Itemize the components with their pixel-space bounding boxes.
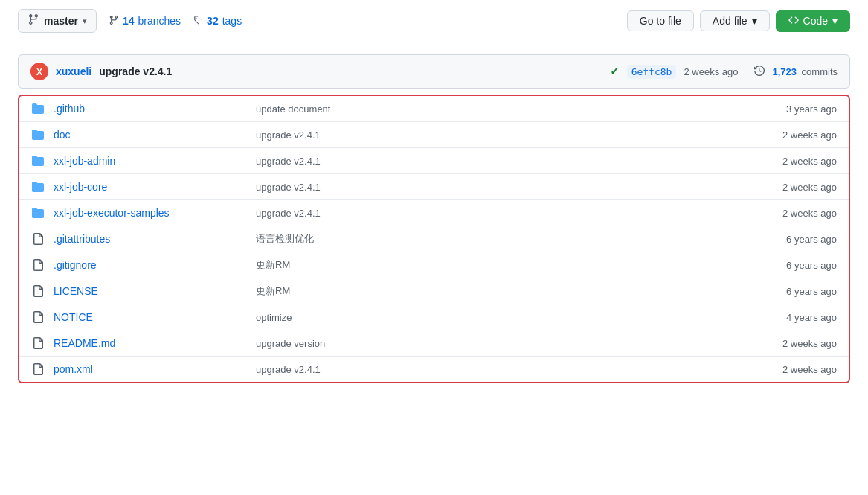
code-button[interactable]: Code ▾ — [776, 10, 850, 32]
history-icon — [754, 66, 765, 78]
code-label: Code — [803, 15, 828, 27]
file-time: 6 years ago — [748, 286, 837, 297]
folder-icon — [31, 154, 45, 167]
goto-file-button[interactable]: Go to file — [627, 10, 694, 31]
file-time: 2 weeks ago — [748, 208, 837, 219]
action-buttons: Go to file Add file ▾ Code ▾ — [627, 10, 850, 32]
file-commit-message: upgrade v2.4.1 — [256, 182, 739, 193]
branches-label: branches — [138, 15, 181, 27]
file-time: 2 weeks ago — [748, 364, 837, 375]
commits-count-link[interactable]: 1,723 commits — [772, 66, 838, 77]
table-row: NOTICEoptimize4 years ago — [19, 304, 849, 330]
table-row: xxl-job-coreupgrade v2.4.12 weeks ago — [19, 174, 849, 200]
file-commit-message: upgrade v2.4.1 — [256, 130, 739, 141]
file-icon — [31, 310, 45, 324]
table-row: docupgrade v2.4.12 weeks ago — [19, 122, 849, 148]
file-name-link[interactable]: LICENSE — [54, 285, 247, 297]
file-time: 3 years ago — [748, 103, 837, 115]
branch-count-icon — [109, 15, 119, 28]
branch-icon — [28, 13, 39, 28]
branch-selector[interactable]: master ▾ — [18, 9, 97, 33]
table-row: pom.xmlupgrade v2.4.12 weeks ago — [19, 357, 849, 382]
commit-message: upgrade v2.4.1 — [99, 66, 172, 77]
table-row: .githubupdate document3 years ago — [19, 96, 849, 122]
file-name-link[interactable]: xxl-job-executor-samples — [54, 207, 247, 219]
commits-label: commits — [802, 66, 838, 77]
file-name-link[interactable]: README.md — [54, 337, 247, 349]
commit-time: 2 weeks ago — [684, 66, 738, 77]
file-table-wrapper: .githubupdate document3 years ago docupg… — [18, 95, 850, 383]
file-name-link[interactable]: pom.xml — [54, 363, 247, 375]
folder-icon — [31, 180, 45, 194]
branches-count: 14 — [123, 15, 135, 27]
svg-text:X: X — [36, 67, 42, 77]
table-row: xxl-job-adminupgrade v2.4.12 weeks ago — [19, 148, 849, 174]
commit-check-icon: ✓ — [610, 65, 620, 78]
file-commit-message: 更新RM — [256, 284, 739, 298]
file-time: 2 weeks ago — [748, 156, 837, 167]
file-name-link[interactable]: .gitattributes — [54, 233, 247, 245]
file-commit-message: update document — [256, 103, 739, 115]
file-commit-message: upgrade v2.4.1 — [256, 364, 739, 375]
add-file-button[interactable]: Add file ▾ — [700, 10, 770, 31]
file-commit-message: 更新RM — [256, 258, 739, 272]
file-name-link[interactable]: xxl-job-core — [54, 181, 247, 193]
table-row: xxl-job-executor-samplesupgrade v2.4.12 … — [19, 200, 849, 226]
file-name-link[interactable]: xxl-job-admin — [54, 155, 247, 167]
file-time: 6 years ago — [748, 260, 837, 271]
commits-count: 1,723 — [772, 66, 797, 77]
folder-icon — [31, 206, 45, 220]
commit-hash-link[interactable]: 6effc8b — [627, 65, 677, 79]
table-row: README.mdupgrade version2 weeks ago — [19, 330, 849, 357]
tags-label: tags — [222, 15, 242, 27]
tags-link[interactable]: 32 tags — [193, 15, 242, 28]
file-time: 4 years ago — [748, 312, 837, 323]
file-time: 6 years ago — [748, 234, 837, 245]
table-row: .gitignore更新RM6 years ago — [19, 252, 849, 278]
tag-icon — [193, 15, 203, 28]
branches-link[interactable]: 14 branches — [109, 15, 181, 28]
file-icon — [31, 284, 45, 298]
commit-user-link[interactable]: xuxueli — [56, 66, 91, 77]
file-icon — [31, 232, 45, 246]
folder-icon — [31, 128, 45, 141]
file-commit-message: upgrade v2.4.1 — [256, 208, 739, 219]
file-name-link[interactable]: NOTICE — [54, 311, 247, 323]
file-icon — [31, 363, 45, 376]
branch-name: master — [44, 15, 78, 27]
file-commit-message: upgrade v2.4.1 — [256, 156, 739, 167]
file-icon — [31, 258, 45, 272]
code-chevron-icon: ▾ — [832, 15, 838, 27]
table-row: LICENSE更新RM6 years ago — [19, 278, 849, 304]
file-name-link[interactable]: .gitignore — [54, 259, 247, 271]
file-time: 2 weeks ago — [748, 182, 837, 193]
add-file-label: Add file — [713, 15, 748, 27]
avatar: X — [30, 63, 48, 80]
tags-count: 32 — [207, 15, 219, 27]
goto-file-label: Go to file — [640, 15, 681, 27]
table-row: .gitattributes语言检测优化6 years ago — [19, 226, 849, 252]
file-time: 2 weeks ago — [748, 338, 837, 349]
content-area: X xuxueli upgrade v2.4.1 ✓ 6effc8b 2 wee… — [0, 42, 868, 395]
file-commit-message: optimize — [256, 312, 739, 323]
top-bar: master ▾ 14 branches 32 tags Go to file … — [0, 0, 868, 42]
file-commit-message: upgrade version — [256, 338, 739, 349]
file-name-link[interactable]: doc — [54, 129, 247, 141]
folder-icon — [31, 102, 45, 115]
file-list: .githubupdate document3 years ago docupg… — [19, 96, 849, 382]
commit-bar: X xuxueli upgrade v2.4.1 ✓ 6effc8b 2 wee… — [18, 54, 850, 89]
file-time: 2 weeks ago — [748, 130, 837, 141]
file-name-link[interactable]: .github — [54, 103, 247, 115]
file-commit-message: 语言检测优化 — [256, 232, 739, 246]
file-icon — [31, 336, 45, 350]
branch-chevron-icon: ▾ — [83, 16, 87, 26]
code-brackets-icon — [788, 15, 799, 28]
add-file-chevron-icon: ▾ — [752, 15, 757, 27]
